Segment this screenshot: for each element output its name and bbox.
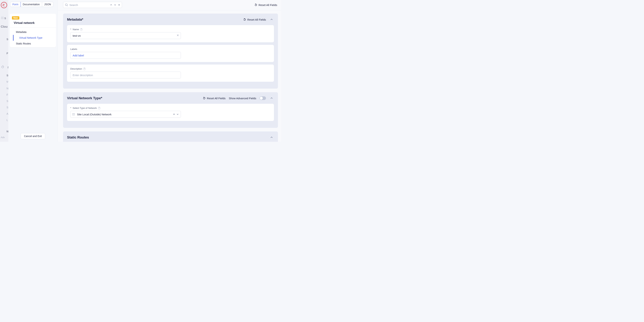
bg-item: S bbox=[6, 38, 8, 41]
show-advanced-toggle[interactable] bbox=[260, 96, 266, 100]
bg-item: S bbox=[6, 74, 8, 77]
chevron-down-icon[interactable] bbox=[176, 113, 179, 116]
description-input[interactable] bbox=[70, 72, 181, 79]
new-badge: New bbox=[12, 16, 19, 20]
view-tabs: Form Documentation JSON bbox=[10, 2, 53, 7]
bg-item: Adv bbox=[1, 136, 5, 139]
search-clear-icon[interactable] bbox=[117, 3, 121, 7]
help-icon[interactable]: ? bbox=[98, 107, 100, 109]
svg-point-6 bbox=[3, 18, 4, 18]
svg-point-7 bbox=[1, 19, 2, 19]
svg-point-1 bbox=[1, 17, 2, 17]
cancel-exit-button[interactable]: Cancel and Exit bbox=[20, 133, 45, 139]
reset-icon bbox=[202, 97, 206, 100]
section-static-routes: Static Routes bbox=[63, 131, 278, 142]
reset-icon bbox=[243, 18, 246, 21]
field-name: *Name ? bbox=[67, 25, 274, 42]
bg-item: F bbox=[6, 93, 8, 96]
svg-point-2 bbox=[2, 17, 3, 17]
svg-point-14 bbox=[73, 115, 73, 115]
section-title-vntype: Virtual Network Type* bbox=[67, 96, 102, 100]
network-type-icon bbox=[70, 113, 76, 116]
nav-title: Virtual network bbox=[10, 20, 56, 28]
tab-form[interactable]: Form bbox=[10, 2, 21, 7]
reset-all-fields-global[interactable]: Reset All Fields bbox=[254, 3, 277, 7]
right-column: Reset All Fields Metadata* Reset All Fie… bbox=[58, 0, 281, 142]
toolbar: Reset All Fields bbox=[58, 0, 281, 10]
nav-list: Metadata Virtual Network Type Static Rou… bbox=[10, 28, 56, 47]
search-next-icon[interactable] bbox=[113, 3, 117, 7]
reset-fields-metadata[interactable]: Reset All Fields bbox=[243, 18, 266, 21]
network-type-value: Site Local (Outside) Network bbox=[76, 113, 172, 116]
brand-logo-icon bbox=[0, 2, 8, 9]
field-select-network-type: *Select Type of Network ? Site Local (Ou… bbox=[67, 104, 274, 121]
svg-line-11 bbox=[67, 6, 68, 6]
svg-point-5 bbox=[2, 18, 3, 18]
reset-label: Reset All Fields bbox=[247, 18, 266, 21]
add-label-button[interactable]: Add label bbox=[70, 52, 181, 59]
svg-point-4 bbox=[1, 18, 2, 18]
show-advanced-label: Show Advanced Fields bbox=[229, 97, 256, 100]
bg-item: L bbox=[6, 118, 8, 122]
search-wrap bbox=[63, 2, 122, 8]
background-dimmed: S Clou S F N S M N F S S A L N Adv bbox=[0, 0, 8, 142]
network-type-select[interactable]: Site Local (Outside) Network bbox=[70, 111, 181, 118]
section-title-metadata: Metadata* bbox=[67, 18, 83, 22]
svg-point-9 bbox=[3, 19, 4, 19]
help-icon[interactable]: ? bbox=[80, 28, 82, 31]
section-virtual-network-type: Virtual Network Type* Reset All Fields S… bbox=[63, 92, 278, 128]
labels-label: Labels bbox=[70, 48, 271, 51]
nav-card: New Virtual network Metadata Virtual Net… bbox=[10, 14, 56, 47]
form-scroll[interactable]: Metadata* Reset All Fields *N bbox=[58, 10, 281, 142]
editor-panel: Form Documentation JSON New Virtual netw… bbox=[8, 0, 281, 142]
help-icon[interactable]: ? bbox=[83, 68, 86, 70]
bg-item: A bbox=[6, 112, 8, 115]
section-title-static-routes: Static Routes bbox=[67, 135, 89, 139]
collapse-metadata-icon[interactable] bbox=[269, 17, 274, 22]
svg-point-10 bbox=[66, 4, 68, 6]
search-icon bbox=[65, 3, 68, 7]
clear-name-icon[interactable] bbox=[176, 34, 179, 37]
reset-label: Reset All Fields bbox=[207, 97, 226, 100]
svg-point-15 bbox=[74, 115, 75, 115]
collapse-static-routes-icon[interactable] bbox=[269, 135, 274, 140]
tab-documentation[interactable]: Documentation bbox=[20, 2, 42, 7]
field-description: Description ? bbox=[67, 65, 274, 82]
svg-point-12 bbox=[73, 113, 73, 114]
description-label: Description ? bbox=[70, 68, 271, 70]
svg-point-13 bbox=[74, 113, 75, 114]
select-type-label: *Select Type of Network ? bbox=[70, 107, 271, 109]
reset-icon bbox=[254, 3, 258, 7]
left-column: Form Documentation JSON New Virtual netw… bbox=[8, 0, 58, 142]
nav-item-virtual-network-type[interactable]: Virtual Network Type bbox=[13, 35, 56, 41]
search-prev-icon[interactable] bbox=[109, 3, 113, 7]
section-metadata: Metadata* Reset All Fields *N bbox=[63, 14, 278, 89]
reset-fields-vntype[interactable]: Reset All Fields bbox=[202, 97, 226, 100]
name-label: *Name ? bbox=[70, 28, 271, 31]
svg-point-3 bbox=[3, 17, 4, 17]
app-switcher-label: S bbox=[1, 17, 6, 20]
name-input[interactable] bbox=[70, 32, 181, 39]
nav-item-static-routes[interactable]: Static Routes bbox=[10, 41, 56, 47]
nav-item-metadata[interactable]: Metadata bbox=[10, 29, 56, 35]
bg-item: F bbox=[6, 52, 8, 55]
bg-item: S bbox=[6, 106, 8, 109]
tab-json[interactable]: JSON bbox=[42, 2, 53, 7]
bg-item: S bbox=[6, 99, 8, 103]
clear-select-icon[interactable] bbox=[172, 113, 176, 116]
field-labels: Labels Add label bbox=[67, 45, 274, 62]
collapse-vntype-icon[interactable] bbox=[269, 96, 274, 101]
reset-all-fields-label: Reset All Fields bbox=[258, 4, 277, 7]
svg-point-8 bbox=[2, 19, 3, 19]
brand-text-partial: Clou bbox=[1, 25, 8, 29]
